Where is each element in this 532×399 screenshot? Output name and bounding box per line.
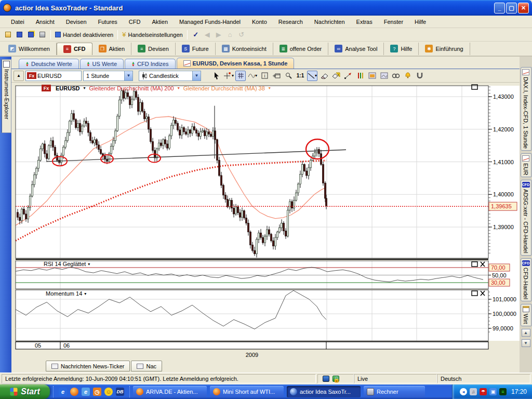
task-ariva[interactable]: ARIVA.DE - Aktien... bbox=[133, 386, 207, 397]
candle-icon bbox=[142, 72, 147, 79]
doctab-cfd-indizes[interactable]: ▲▼CFD Indizes bbox=[125, 59, 175, 69]
home-icon[interactable]: ⌂ bbox=[224, 29, 236, 40]
price-chart[interactable]: 1,430001,420001,410001,400001,390001,396… bbox=[11, 83, 520, 360]
doctab-deutsche-werte[interactable]: ▲▼Deutsche Werte bbox=[19, 59, 79, 69]
task-saxotrader[interactable]: actior Idea SaxoTr... bbox=[287, 386, 361, 397]
smiley-icon[interactable]: ☺ bbox=[104, 388, 113, 396]
dock-tab-wirtschaft[interactable]: Wirt bbox=[521, 304, 531, 326]
dock-tab-cfd-handel[interactable]: CFDCFD-Handel bbox=[521, 258, 531, 301]
menu-nachrichten[interactable]: Nachrichten bbox=[309, 17, 351, 26]
tab-devisen[interactable]: ≡Devisen bbox=[131, 43, 176, 55]
forward-icon[interactable]: ▶ bbox=[213, 29, 224, 40]
menu-extras[interactable]: Extras bbox=[351, 17, 378, 26]
wand-icon: ¥ bbox=[122, 31, 126, 38]
tab-cfd[interactable]: ≡CFD bbox=[57, 43, 92, 55]
chart-legend: Fx EURUSD ▾ Gleitender Durchschnitt (MA)… bbox=[42, 84, 271, 92]
magnet-icon[interactable] bbox=[415, 71, 425, 81]
dock-tab-eur[interactable]: EUR bbox=[521, 153, 531, 177]
dock-tab-dax[interactable]: DAX.I, Index-CFD, 1 Stunde bbox=[521, 67, 531, 151]
menu-fenster[interactable]: Fenster bbox=[378, 17, 409, 26]
ie-icon[interactable]: e bbox=[59, 388, 67, 396]
chart-icon bbox=[522, 69, 529, 75]
x-axis-year-label: 2009 bbox=[246, 352, 258, 358]
confirm-icon[interactable]: ✓ bbox=[190, 29, 202, 40]
tab-hilfe[interactable]: ?Hilfe bbox=[384, 43, 419, 55]
line-tool-icon[interactable]: ▾ bbox=[307, 71, 317, 81]
menu-devisen[interactable]: Devisen bbox=[60, 17, 92, 26]
menu-hilfe[interactable]: Hilfe bbox=[409, 17, 432, 26]
one-to-one-icon[interactable]: 1:1 bbox=[295, 71, 305, 81]
rsi-level-label: 30,00 bbox=[491, 280, 506, 286]
db-icon[interactable]: DB bbox=[116, 388, 124, 396]
browser-icon[interactable]: e bbox=[82, 388, 90, 396]
menu-research[interactable]: Research bbox=[273, 17, 309, 26]
close-button[interactable]: ✕ bbox=[518, 3, 529, 14]
scroll-up-icon[interactable]: ▲ bbox=[522, 329, 530, 337]
back-icon[interactable]: ◀ bbox=[202, 29, 213, 40]
add-window-icon[interactable] bbox=[271, 71, 282, 81]
momentum-label[interactable]: Momentum 14▾ bbox=[46, 290, 86, 297]
save-icon[interactable] bbox=[14, 29, 25, 40]
link-icon[interactable] bbox=[391, 71, 401, 81]
print-icon[interactable] bbox=[36, 29, 48, 40]
cursor-tool-icon[interactable] bbox=[211, 71, 222, 81]
tab-future[interactable]: SFuture bbox=[176, 43, 216, 55]
save-as-icon[interactable] bbox=[25, 29, 36, 40]
tab-kontoeinsicht[interactable]: ▦Kontoeinsicht bbox=[216, 43, 273, 55]
color-pencils-icon[interactable] bbox=[355, 71, 365, 81]
collapse-tray-icon[interactable]: ◂ bbox=[460, 388, 467, 395]
task-mini-short[interactable]: Mini Short auf WTI... bbox=[210, 386, 284, 397]
chevron-down-icon[interactable]: ▾ bbox=[269, 86, 271, 90]
info-tool-icon[interactable]: i bbox=[259, 71, 270, 81]
chevron-down-icon[interactable]: ▾ bbox=[178, 86, 180, 90]
menu-managed-funds[interactable]: Managed Funds-Handel bbox=[174, 17, 246, 26]
news-ticker-tab-2[interactable]: Nac bbox=[131, 361, 162, 371]
period-select[interactable]: 1 Stunde▼ bbox=[83, 71, 133, 81]
menu-datei[interactable]: Datei bbox=[5, 17, 30, 26]
menu-ansicht[interactable]: Ansicht bbox=[30, 17, 60, 26]
trade-settings-button[interactable]: ¥Handelseinstellungen bbox=[121, 29, 184, 40]
symbol-input[interactable] bbox=[37, 73, 75, 79]
start-button[interactable]: Start bbox=[0, 384, 50, 399]
open-icon[interactable] bbox=[2, 29, 14, 40]
doctab-eurusd[interactable]: EURUSD, Devisen Kassa, 1 Stunde bbox=[177, 58, 295, 69]
menu-aktien[interactable]: Aktien bbox=[146, 17, 174, 26]
rsi-label[interactable]: RSI 14 Geglättet▾ bbox=[44, 261, 90, 267]
quotes-icon: ▲▼ bbox=[87, 61, 90, 66]
tab-offene-order[interactable]: ≣offene Order bbox=[273, 43, 329, 55]
trend-arrow-icon[interactable] bbox=[343, 71, 353, 81]
dock-tab-adsg[interactable]: CFDADSG:xetr - CFD-Handel bbox=[521, 180, 531, 255]
task-rechner[interactable]: Rechner bbox=[364, 386, 425, 397]
instrument-explorer-tab[interactable]: Instrument-Explorer bbox=[1, 59, 11, 133]
firefox-icon[interactable] bbox=[70, 388, 78, 396]
menu-cfd[interactable]: CFD bbox=[123, 17, 147, 26]
tab-aktien[interactable]: ❐Aktien bbox=[92, 43, 132, 55]
snapshot-icon[interactable] bbox=[367, 71, 377, 81]
clock-app-icon[interactable]: ◷ bbox=[93, 388, 101, 396]
collapse-panel-icon[interactable]: ▲ bbox=[14, 71, 24, 81]
chevron-down-icon[interactable]: ▾ bbox=[83, 86, 85, 90]
scroll-down-icon[interactable]: ▼ bbox=[522, 339, 530, 347]
tab-einfuehrung[interactable]: ✱Einführung bbox=[419, 43, 470, 55]
tab-analyse-tool[interactable]: ∞Analyse Tool bbox=[328, 43, 384, 55]
app-icon bbox=[3, 4, 11, 12]
indicator-tool-icon[interactable]: ▾ bbox=[247, 71, 258, 81]
maximize-button[interactable]: ▢ bbox=[506, 3, 517, 14]
delete-all-drawings-icon[interactable]: ! bbox=[331, 71, 341, 81]
snapshot-settings-icon[interactable] bbox=[379, 71, 389, 81]
eraser-tool-icon[interactable] bbox=[319, 71, 329, 81]
minimize-button[interactable]: _ bbox=[494, 3, 505, 14]
zoom-tool-icon[interactable] bbox=[283, 71, 294, 81]
tab-willkommen[interactable]: ◩Willkommen bbox=[2, 43, 57, 55]
menu-futures[interactable]: Futures bbox=[92, 17, 123, 26]
style-select[interactable]: Candlestick▼ bbox=[139, 71, 201, 81]
refresh-icon[interactable]: ↺ bbox=[236, 29, 247, 40]
equalizer-icon: ≡ bbox=[499, 388, 507, 395]
doctab-us-werte[interactable]: ▲▼US Werte bbox=[80, 59, 124, 69]
crosshair-tool-icon[interactable]: ▾ bbox=[223, 71, 234, 81]
menu-konto[interactable]: Konto bbox=[246, 17, 273, 26]
grid-tool-icon[interactable] bbox=[235, 71, 246, 81]
alert-bell-icon[interactable] bbox=[403, 71, 413, 81]
trade-disable-button[interactable]: Handel deaktivieren bbox=[54, 29, 115, 40]
news-ticker-tab[interactable]: Nachrichten News-Ticker bbox=[46, 361, 130, 371]
